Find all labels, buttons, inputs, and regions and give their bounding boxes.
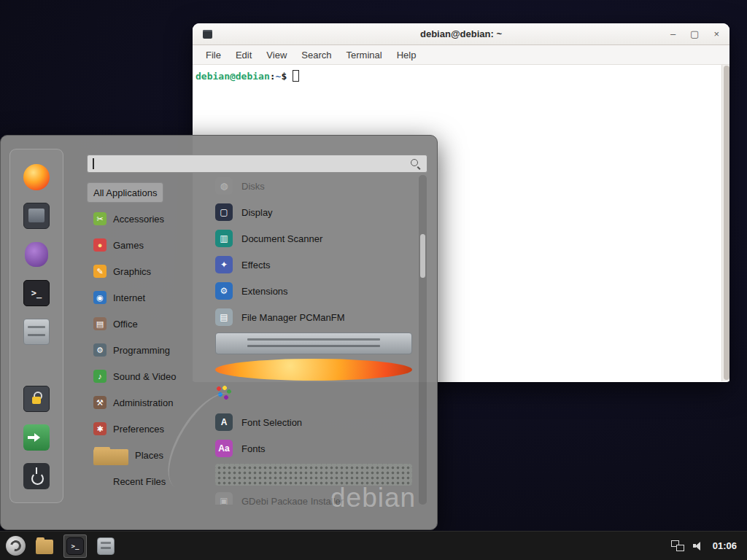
application-label: Display [241,207,273,218]
application-item[interactable]: A Font Selection [212,411,415,433]
prompt-dollar: $ [281,71,287,82]
category-label: Administration [113,397,173,408]
category-item[interactable]: ♪ Sound & Video [87,366,183,386]
bottom-panel: >_ 01:06 [0,531,747,560]
menu-scrollbar-thumb[interactable] [420,234,425,278]
application-label: Effects [241,260,271,271]
application-item[interactable]: ◍ Disks [212,175,415,197]
application-item[interactable]: ▣ GDebi Package Installer [212,490,415,505]
document-scanner-icon: ▥ [215,230,233,247]
category-item[interactable]: ✱ Preferences [87,419,171,439]
application-item[interactable]: Firefox ESR [212,359,415,381]
internet-icon: ◉ [93,291,107,304]
file-manager-launcher[interactable] [33,534,56,558]
application-item[interactable]: ▥ Document Scanner [212,228,415,249]
category-label: All Applications [93,187,157,198]
programming-icon: ⚙ [93,343,107,357]
menubar-item[interactable]: File [198,50,228,61]
network-icon[interactable] [671,540,684,551]
application-item[interactable]: ▢ Display [212,201,415,223]
application-list: ◍ Disks ▢ Display ▥ Document Scanner ✦ E… [212,175,415,505]
application-item[interactable]: Files [212,332,415,354]
menubar-item[interactable]: Search [294,50,338,61]
session-item[interactable] [23,424,50,451]
window-title: debian@debian: ~ [193,28,729,39]
menubar-item[interactable]: Help [390,50,424,61]
window-controls: – ▢ × [670,23,719,44]
menubar-item[interactable]: Terminal [339,50,390,61]
clock[interactable]: 01:06 [713,540,737,551]
favorite-item[interactable] [23,164,50,190]
category-label: Programming [113,345,170,356]
category-item[interactable]: Recent Files [87,471,172,491]
application-item[interactable]: ▤ File Manager PCManFM [212,306,415,328]
sound-video-icon: ♪ [93,370,107,383]
terminal-icon: >_ [23,280,50,306]
favorites-column: >_ [9,149,63,503]
category-item[interactable]: ⚙ Programming [87,340,177,360]
terminal-titlebar[interactable]: debian@debian: ~ – ▢ × [193,23,729,45]
minimize-button[interactable]: – [670,29,676,39]
session-item[interactable] [23,386,50,412]
application-item[interactable]: Four-in-a-row [212,464,415,486]
category-item[interactable]: ◉ Internet [87,287,152,308]
application-item[interactable]: ⚙ Extensions [212,280,415,302]
preferences-icon: ✱ [93,422,107,435]
category-item[interactable]: ✎ Graphics [87,261,158,281]
application-label: Font Selection [241,417,302,428]
five-or-more-icon [215,385,412,407]
file-cabinet-icon [97,537,115,555]
files-icon [215,332,412,354]
four-in-a-row-icon [215,464,412,486]
application-label: Extensions [241,286,288,297]
menubar-item[interactable]: View [259,50,294,61]
category-label: Preferences [113,424,164,435]
application-menu: >_ [0,135,438,530]
terminal-scrollbar-thumb[interactable] [724,66,729,380]
category-label: Recent Files [113,476,166,487]
favorite-item[interactable] [23,319,50,345]
application-label: Disks [241,181,265,192]
maximize-button[interactable]: ▢ [690,29,699,39]
category-item[interactable]: ✂ Accessories [87,209,171,229]
category-label: Internet [113,292,145,303]
favorite-apps-group: >_ [23,164,50,345]
terminal-menubar: FileEditViewSearchTerminalHelp [193,45,729,65]
close-button[interactable]: × [713,29,719,39]
application-item[interactable]: ✦ Effects [212,254,415,276]
category-label: Games [113,240,144,251]
favorite-item[interactable] [23,241,50,268]
terminal-window-icon [203,30,212,39]
menubar-item[interactable]: Edit [228,50,259,61]
text-caret [93,158,94,169]
effects-icon: ✦ [215,256,233,273]
category-item[interactable]: ● Games [87,235,150,255]
search-input[interactable] [88,155,408,172]
menu-button[interactable] [6,536,26,556]
display-icon: ▢ [215,203,233,221]
menu-scrollbar[interactable] [419,175,427,505]
font-selection-icon: A [215,413,233,431]
category-label: Accessories [113,214,164,225]
prompt-colon: : [270,71,276,82]
graphics-icon: ✎ [93,265,107,278]
volume-icon[interactable] [693,540,704,551]
files-launcher[interactable] [94,534,117,558]
category-item[interactable]: ▤ Office [87,314,144,334]
terminal-launcher[interactable]: >_ [63,534,87,558]
photo-viewer-icon [23,203,50,229]
application-item[interactable]: Aa Fonts [212,438,415,459]
favorite-item[interactable]: >_ [23,280,50,306]
category-item[interactable]: All Applications [87,182,163,203]
extensions-icon: ⚙ [215,282,233,300]
terminal-icon: >_ [66,537,84,555]
search-icon [411,159,421,169]
disks-icon: ◍ [215,177,233,195]
category-item[interactable]: Places [87,445,135,465]
favorite-item[interactable] [23,203,50,229]
file-cabinet-icon [23,319,50,345]
category-item[interactable]: ⚒ Administration [87,392,179,413]
session-item[interactable] [23,463,50,489]
application-item[interactable]: Five or More [212,385,415,407]
terminal-scrollbar[interactable] [721,65,729,381]
